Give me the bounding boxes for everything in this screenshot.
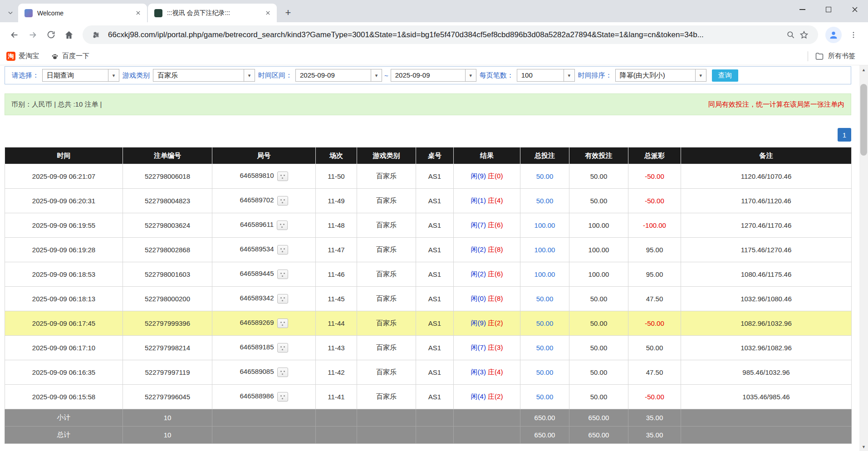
bookmark-star-icon[interactable]	[797, 30, 811, 39]
cell-result: 闲(7) 庄(3)	[454, 336, 520, 360]
cell-bet-number: 522798003624	[123, 213, 212, 238]
result-banker: 庄(4)	[488, 196, 503, 204]
replay-icon[interactable]	[277, 319, 288, 328]
result-banker: 庄(8)	[488, 294, 503, 302]
vertical-scrollbar[interactable]: ▲ ▼	[859, 65, 868, 451]
cell-total-bet[interactable]: 100.00	[520, 213, 569, 238]
game-type-select[interactable]: 百家乐 ▾	[153, 69, 255, 82]
zoom-icon[interactable]	[784, 30, 797, 39]
cell-total-bet[interactable]: 50.00	[520, 164, 569, 189]
result-player: 闲(2)	[471, 270, 486, 278]
tab-favicon	[154, 9, 162, 17]
cell-table-number: AS1	[416, 287, 454, 311]
new-tab-button[interactable]: +	[280, 5, 296, 20]
summary-valid-bet: 650.00	[569, 409, 628, 426]
replay-icon[interactable]	[277, 270, 288, 279]
url-text[interactable]: 66cxkj98.com/ipl/portal.php/game/betreco…	[108, 30, 779, 39]
round-number: 646589611	[240, 221, 274, 228]
total-bet-link[interactable]: 100.00	[535, 270, 555, 278]
replay-icon[interactable]	[277, 392, 288, 402]
total-bet-link[interactable]: 50.00	[536, 344, 554, 352]
replay-icon[interactable]	[277, 172, 288, 181]
summary-game	[357, 409, 416, 426]
date-to-select[interactable]: 2025-09-09 ▾	[391, 69, 476, 82]
cell-total-bet[interactable]: 50.00	[520, 189, 569, 213]
query-button[interactable]: 查询	[712, 69, 738, 82]
tab-betrecord[interactable]: :::视讯 会员下注纪录:::	[148, 4, 277, 22]
total-bet-link[interactable]: 50.00	[536, 368, 554, 376]
cell-valid-bet: 100.00	[569, 262, 628, 287]
total-bet-link[interactable]: 100.00	[535, 221, 555, 229]
cell-table-number: AS1	[416, 164, 454, 189]
replay-icon[interactable]	[277, 343, 288, 353]
all-bookmarks[interactable]: 所有书签	[808, 51, 862, 61]
cell-total-bet[interactable]: 100.00	[520, 262, 569, 287]
cell-bet-number: 522798004823	[123, 189, 212, 213]
profile-avatar[interactable]	[825, 27, 842, 43]
replay-icon[interactable]	[277, 245, 288, 255]
close-button[interactable]	[842, 0, 868, 19]
cell-session: 11-47	[316, 238, 357, 262]
forward-button[interactable]	[24, 26, 42, 44]
cell-session: 11-41	[316, 385, 357, 409]
chevron-down-icon[interactable]: ▾	[465, 69, 476, 81]
cell-total-bet[interactable]: 50.00	[520, 385, 569, 409]
cell-total-bet[interactable]: 50.00	[520, 360, 569, 385]
scrollbar-thumb[interactable]	[860, 84, 867, 156]
cell-game-type: 百家乐	[357, 238, 416, 262]
chevron-down-icon[interactable]: ▾	[108, 69, 119, 81]
cell-payout: 47.50	[628, 287, 681, 311]
tab-search-chevron-icon[interactable]	[3, 3, 18, 22]
total-bet-link[interactable]: 50.00	[536, 393, 554, 401]
baidu-paw-icon	[51, 52, 59, 60]
total-bet-link[interactable]: 50.00	[536, 319, 554, 327]
column-header-5: 游戏类别	[357, 147, 416, 164]
replay-icon[interactable]	[277, 196, 288, 206]
total-bet-link[interactable]: 50.00	[536, 172, 554, 180]
replay-icon[interactable]	[277, 368, 288, 377]
replay-icon[interactable]	[277, 221, 288, 230]
scroll-up-icon[interactable]: ▲	[859, 65, 868, 74]
cell-note: 1080.46/1175.46	[681, 262, 852, 287]
bookmark-baidu[interactable]: 百度一下	[51, 52, 89, 60]
reload-button[interactable]	[42, 26, 60, 44]
table-header: 时间注单编号局号场次游戏类别桌号结果总投注有效投注总派彩备注	[5, 147, 852, 164]
tab-welcome[interactable]: Welcome	[18, 4, 147, 22]
sort-select[interactable]: 降幂(由大到小) ▾	[615, 69, 706, 82]
summary-note	[681, 409, 852, 426]
per-page-select[interactable]: 100 ▾	[517, 69, 575, 82]
cell-total-bet[interactable]: 50.00	[520, 311, 569, 336]
page-button-1[interactable]: 1	[838, 128, 851, 142]
chevron-down-icon[interactable]: ▾	[564, 69, 574, 81]
chevron-down-icon[interactable]: ▾	[244, 69, 255, 81]
minimize-button[interactable]	[789, 0, 815, 19]
tab-close-icon[interactable]	[133, 9, 142, 18]
cell-time: 2025-09-09 06:16:35	[5, 360, 123, 385]
home-button[interactable]	[60, 26, 78, 44]
menu-icon[interactable]	[844, 26, 863, 44]
cell-result: 闲(4) 庄(2)	[454, 385, 520, 409]
cell-total-bet[interactable]: 100.00	[520, 238, 569, 262]
cell-result: 闲(2) 庄(8)	[454, 238, 520, 262]
total-bet-link[interactable]: 50.00	[536, 197, 554, 205]
summary-table	[416, 426, 454, 444]
total-bet-link[interactable]: 100.00	[535, 246, 555, 254]
address-bar[interactable]: 66cxkj98.com/ipl/portal.php/game/betreco…	[83, 25, 818, 44]
replay-icon[interactable]	[277, 294, 288, 304]
scroll-down-icon[interactable]: ▼	[859, 442, 868, 451]
query-type-select[interactable]: 日期查询 ▾	[42, 69, 119, 82]
cell-time: 2025-09-09 06:17:45	[5, 311, 123, 336]
bookmark-taobao[interactable]: 淘 爱淘宝	[6, 52, 39, 61]
back-button[interactable]	[5, 26, 24, 44]
chevron-down-icon[interactable]: ▾	[371, 69, 382, 81]
cell-total-bet[interactable]: 50.00	[520, 287, 569, 311]
divider	[808, 51, 808, 61]
chevron-down-icon[interactable]: ▾	[695, 69, 706, 81]
column-header-1: 时间	[5, 147, 123, 164]
date-from-select[interactable]: 2025-09-09 ▾	[295, 69, 382, 82]
tab-close-icon[interactable]	[263, 9, 272, 18]
maximize-button[interactable]	[815, 0, 842, 19]
site-settings-icon[interactable]	[90, 31, 103, 39]
total-bet-link[interactable]: 50.00	[536, 295, 554, 303]
cell-total-bet[interactable]: 50.00	[520, 336, 569, 360]
